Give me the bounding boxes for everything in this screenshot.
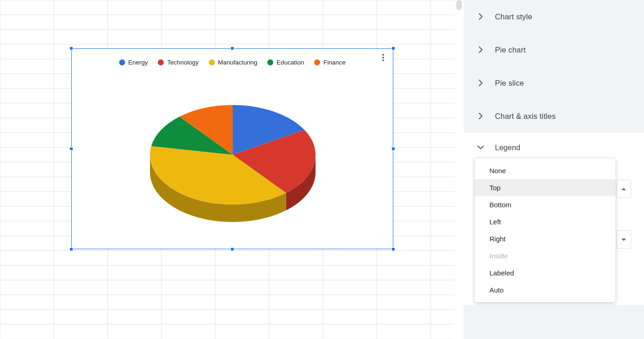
spreadsheet-area[interactable]: EnergyTechnologyManufacturingEducationFi… <box>0 0 454 339</box>
resize-handle-e[interactable] <box>391 147 395 151</box>
section-pie-slice[interactable]: Pie slice <box>464 66 644 99</box>
section-pie-chart[interactable]: Pie chart <box>464 33 644 66</box>
legend-dot-icon <box>158 59 164 65</box>
legend-position-option[interactable]: None <box>475 162 615 179</box>
chevron-right-icon <box>477 46 485 54</box>
legend-position-select[interactable] <box>616 180 631 198</box>
legend-item-label: Technology <box>167 59 198 66</box>
section-chart-axis-titles[interactable]: Chart & axis titles <box>464 99 644 133</box>
chevron-right-icon <box>477 79 485 87</box>
resize-handle-nw[interactable] <box>69 47 73 50</box>
vertical-scrollbar[interactable] <box>454 0 464 339</box>
legend-dot-icon <box>209 59 215 65</box>
resize-handle-se[interactable] <box>391 247 395 251</box>
scrollbar-thumb[interactable] <box>456 0 462 10</box>
legend-dot-icon <box>119 59 125 65</box>
legend-item[interactable]: Finance <box>314 59 345 66</box>
legend-position-option[interactable]: Bottom <box>475 196 615 213</box>
legend-item[interactable]: Education <box>267 59 304 66</box>
legend-dot-icon <box>267 59 273 65</box>
section-chart-style[interactable]: Chart style <box>464 0 644 33</box>
chevron-right-icon <box>477 112 485 120</box>
legend-position-option[interactable]: Right <box>475 230 615 247</box>
legend-item[interactable]: Energy <box>119 59 148 66</box>
svg-point-34 <box>382 57 384 58</box>
section-legend-header[interactable]: Legend <box>464 133 644 162</box>
legend-item[interactable]: Technology <box>158 59 198 66</box>
legend-item-label: Education <box>276 59 304 66</box>
legend-position-option[interactable]: Labeled <box>475 264 615 281</box>
chart-legend: EnergyTechnologyManufacturingEducationFi… <box>72 59 393 66</box>
svg-point-33 <box>382 54 384 56</box>
legend-item[interactable]: Manufacturing <box>209 59 258 66</box>
chart-object[interactable]: EnergyTechnologyManufacturingEducationFi… <box>71 48 393 249</box>
pie-chart <box>145 86 320 238</box>
legend-position-dropdown: NoneTopBottomLeftRightInsideLabeledAuto <box>475 158 615 302</box>
legend-item-label: Manufacturing <box>218 59 258 66</box>
legend-font-select[interactable] <box>616 230 631 249</box>
resize-handle-n[interactable] <box>230 47 234 50</box>
legend-item-label: Energy <box>128 59 148 66</box>
caret-down-icon <box>621 239 626 241</box>
legend-dot-icon <box>314 59 320 65</box>
chart-editor-sidebar: Chart style Pie chart Pie slice Chart & … <box>464 0 644 339</box>
legend-position-option[interactable]: Top <box>475 179 615 196</box>
chevron-right-icon <box>477 12 485 21</box>
resize-handle-s[interactable] <box>230 247 234 251</box>
chevron-down-icon <box>477 143 485 152</box>
legend-position-option[interactable]: Left <box>475 213 615 230</box>
section-label: Pie chart <box>495 46 526 54</box>
section-label: Pie slice <box>495 79 524 88</box>
legend-item-label: Finance <box>323 59 345 66</box>
caret-up-icon <box>621 188 626 190</box>
legend-position-option: Inside <box>475 247 615 264</box>
legend-position-option[interactable]: Auto <box>475 281 615 298</box>
resize-handle-w[interactable] <box>69 147 73 151</box>
section-label: Chart style <box>495 12 532 21</box>
resize-handle-sw[interactable] <box>69 247 73 251</box>
section-label: Legend <box>495 143 520 152</box>
section-label: Chart & axis titles <box>495 112 556 121</box>
resize-handle-ne[interactable] <box>391 47 395 50</box>
